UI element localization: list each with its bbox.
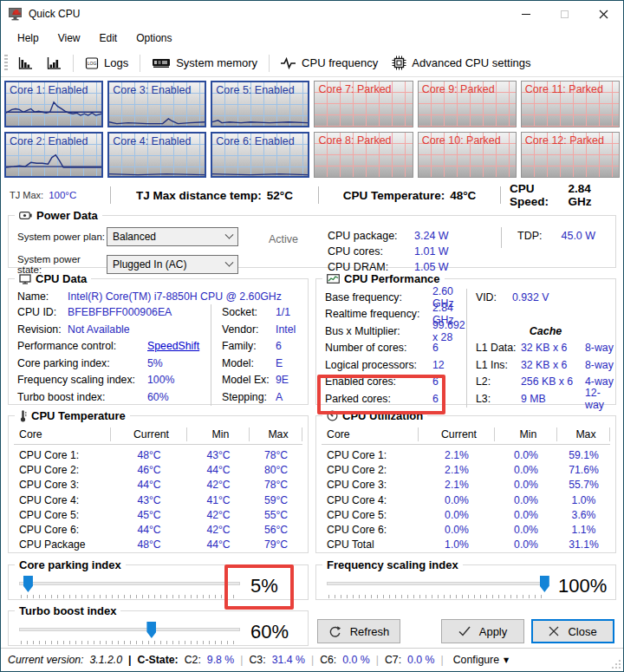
- power-reading-row: CPU package: 3.24 W: [328, 230, 501, 242]
- chevron-down-icon: ▾: [504, 654, 509, 666]
- power-state-select[interactable]: Plugged In (AC): [107, 255, 238, 274]
- close-button[interactable]: Close: [531, 619, 614, 643]
- core-parking-slider[interactable]: [17, 573, 242, 599]
- resize-grip[interactable]: [610, 658, 621, 669]
- power-data-section: Power Data System power plan: Balanced S…: [8, 209, 616, 268]
- monitor-icon: [19, 274, 31, 284]
- pulse-icon: [281, 57, 296, 69]
- core-label: Core 3: Enabled: [113, 84, 191, 96]
- menu-item[interactable]: Edit: [91, 29, 125, 47]
- core-card: Core 11: Parked: [521, 81, 620, 127]
- cpu-name-row: Name: Intel(R) Core(TM) i7-8850H CPU @ 2…: [9, 287, 308, 304]
- section-title: CPU Performance: [344, 272, 440, 285]
- slider-track[interactable]: [327, 582, 548, 585]
- cpu-data-row: Model Ex: 9E: [222, 372, 308, 389]
- slider-track[interactable]: [19, 628, 240, 631]
- turbo-boost-slider[interactable]: [17, 619, 242, 645]
- core-card: Core 7: Parked: [314, 81, 413, 127]
- frequency-scaling-value: 100%: [549, 575, 607, 597]
- toolbar-grip[interactable]: [4, 55, 8, 72]
- toolbar: LOG Logs System memory CPU frequency: [1, 49, 623, 77]
- cpu-data-row: Model: E: [222, 355, 308, 372]
- core-label: Core 5: Enabled: [216, 84, 294, 96]
- chevron-down-icon: [225, 230, 234, 238]
- core-parking-slider-section: Core parking index 5%: [8, 558, 309, 600]
- quick-cpu-window: Quick CPU HelpViewEditOptions: [0, 0, 624, 672]
- maximize-button[interactable]: [545, 1, 584, 27]
- svg-text:LOG: LOG: [88, 60, 97, 65]
- slider-thumb[interactable]: [23, 576, 33, 592]
- maximize-icon: [561, 10, 569, 18]
- section-title: Frequency scaling index: [327, 558, 458, 571]
- advanced-cpu-settings-button[interactable]: Advanced CPU settings: [385, 52, 537, 74]
- title-bar: Quick CPU: [1, 1, 623, 27]
- minimize-button[interactable]: [506, 1, 545, 27]
- cpu-perf-row: Parked cores: 6: [325, 390, 466, 408]
- minimize-icon: [522, 14, 530, 15]
- cpu-data-row: Vendor: Intel: [222, 321, 308, 338]
- slider-ticks: [21, 641, 238, 644]
- core-card: Core 8: Parked: [314, 132, 413, 179]
- status-bar: Current version: 3.1.2.0 | C-State: C2: …: [1, 648, 623, 671]
- cpu-data-row: CPU ID: BFEBFBFF000906EA: [17, 304, 211, 322]
- turbo-boost-slider-section: Turbo boost index 60%: [8, 604, 309, 646]
- system-memory-button[interactable]: System memory: [145, 53, 264, 73]
- apply-button[interactable]: Apply: [441, 619, 524, 643]
- table-row: CPU Core 3: 44°C 42°C 78°C: [14, 478, 302, 493]
- chart-descending-button[interactable]: [11, 53, 40, 74]
- power-reading-row: CPU cores: 1.01 W: [328, 245, 501, 258]
- slider-ticks: [328, 595, 546, 598]
- ram-icon: [152, 57, 171, 69]
- table-row: CPU Core 1: 2.1% 0.0% 59.1%: [322, 447, 610, 462]
- configure-dropdown[interactable]: Configure ▾: [450, 652, 513, 668]
- menu-bar: HelpViewEditOptions: [1, 27, 623, 49]
- cpu-perf-row: Bus x Multiplier: 99.692 x 28: [325, 323, 466, 340]
- table-row: CPU Core 5: 45°C 42°C 55°C: [14, 507, 302, 522]
- core-card: Core 4: Enabled: [107, 132, 206, 179]
- menu-item[interactable]: Options: [128, 29, 179, 47]
- toolbar-separator: [269, 55, 270, 72]
- refresh-button[interactable]: Refresh: [317, 619, 400, 643]
- table-row: CPU Core 3: 2.1% 0.0% 55.7%: [322, 478, 610, 493]
- close-icon: [599, 10, 608, 19]
- cstate-readout: C7: 0.0 % |: [385, 654, 444, 666]
- cpu-utilization-section: CPU Utilization Core Current Min Max CPU…: [315, 409, 616, 553]
- tdp-readout: TDP: 45.0 W: [501, 227, 595, 248]
- core-card: Core 12: Parked: [521, 132, 620, 179]
- thermometer-icon: [19, 410, 27, 422]
- log-icon: LOG: [85, 56, 99, 70]
- chart-ascending-button[interactable]: [40, 53, 68, 74]
- frequency-scaling-slider-section: Frequency scaling index 100%: [315, 558, 616, 600]
- power-plan-select[interactable]: Balanced: [107, 227, 238, 246]
- version-label: Current version:: [8, 654, 83, 666]
- logs-button[interactable]: LOG Logs: [78, 53, 135, 74]
- close-window-button[interactable]: [584, 1, 623, 27]
- cpu-speed-readout: CPU Speed:2.84 GHz: [500, 186, 616, 204]
- core-label: Core 8: Parked: [318, 134, 391, 147]
- core-card: Core 9: Parked: [418, 81, 517, 127]
- power-plan-label: System power plan:: [17, 232, 107, 242]
- cpu-data-row: Socket: 1/1: [222, 304, 308, 322]
- table-row: CPU Core 1: 48°C 43°C 78°C: [14, 447, 302, 462]
- tjmax-distance-readout: TJ Max distance temp:52°C: [110, 186, 318, 204]
- power-reading-row: CPU DRAM: 1.05 W: [328, 261, 501, 273]
- slider-track[interactable]: [19, 582, 240, 585]
- cache-row: L1 Ins: 32 KB x 6 8-way: [476, 356, 615, 374]
- cache-row: L3: 9 MB 12-way: [476, 390, 615, 408]
- core-card: Core 3: Enabled: [107, 81, 206, 127]
- cpu-perf-row: Logical processors: 12: [325, 356, 466, 374]
- table-row: CPU Core 2: 2.1% 0.0% 71.6%: [322, 462, 610, 477]
- frequency-scaling-slider[interactable]: [325, 573, 549, 599]
- cpu-frequency-button[interactable]: CPU frequency: [274, 53, 385, 73]
- menu-item[interactable]: Help: [10, 29, 47, 47]
- bar-chart-descending-icon: [18, 56, 33, 70]
- slider-thumb[interactable]: [540, 576, 549, 592]
- table-row: CPU Core 6: 44°C 42°C 56°C: [14, 522, 302, 537]
- core-label: Core 10: Parked: [422, 134, 501, 147]
- chevron-down-icon: [225, 258, 234, 266]
- slider-thumb[interactable]: [146, 622, 156, 638]
- menu-item[interactable]: View: [50, 29, 88, 47]
- info-strip: TJ Max:100°C TJ Max distance temp:52°C C…: [1, 181, 623, 209]
- section-title: Core parking index: [19, 558, 121, 571]
- cpu-data-row: Performance control: SpeedShift: [17, 338, 211, 356]
